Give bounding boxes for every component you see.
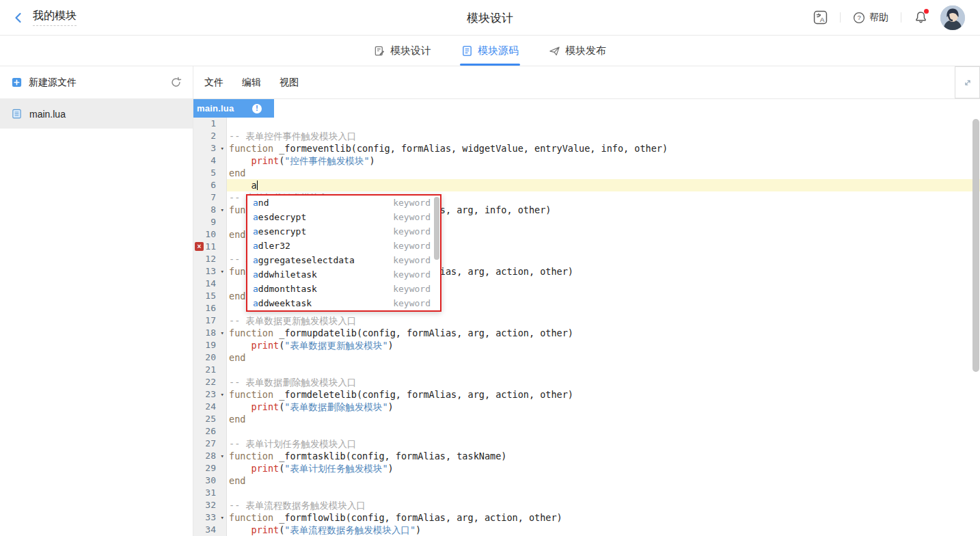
line-number: 17 [205, 314, 216, 327]
code-editor-panel: 文件编辑视图 main.lua ! 123▾45678▾910×111213▾1… [193, 66, 980, 536]
tab-label: 模块发布 [565, 44, 606, 57]
file-list: main.lua [0, 99, 193, 129]
editor-tab-main-lua[interactable]: main.lua ! [193, 99, 274, 118]
code-line[interactable]: print("表单流程数据务触发模块入口") [227, 524, 980, 536]
file-name: main.lua [29, 109, 66, 120]
code-line[interactable]: -- 表单计划任务触发模块入口 [227, 438, 980, 450]
gutter-row: 27 [193, 438, 226, 450]
fold-arrow-icon[interactable]: ▾ [221, 142, 224, 155]
gutter-row: 10 [193, 228, 226, 241]
line-number: 25 [205, 413, 216, 425]
autocomplete-item-adler32[interactable]: adler32keyword [247, 239, 440, 253]
autocomplete-item-and[interactable]: andkeyword [247, 196, 440, 210]
autocomplete-item-addweektask[interactable]: addweektaskkeyword [247, 296, 440, 310]
editor-tab-label: main.lua [197, 103, 234, 113]
line-number: 10 [205, 228, 216, 241]
suggestion-kind: keyword [393, 284, 431, 294]
autocomplete-item-aesdecrypt[interactable]: aesdecryptkeyword [247, 210, 440, 224]
code-line[interactable]: print("表单计划任务触发模块") [227, 462, 980, 474]
gutter-row: 30 [193, 474, 226, 487]
tab-publish[interactable]: 模块发布 [547, 36, 608, 66]
line-number: 28 [205, 450, 216, 462]
help-button[interactable]: ? 帮助 [853, 12, 888, 24]
code-line[interactable]: end [227, 474, 980, 487]
suggestion-label: aesdecrypt [253, 212, 306, 222]
code-area[interactable]: 123▾45678▾910×111213▾1415161718▾19202122… [193, 118, 980, 536]
code-lines[interactable]: -- 表单控件事件触发模块入口function _formeventlib(co… [227, 118, 980, 536]
fold-arrow-icon[interactable]: ▾ [221, 265, 224, 278]
autocomplete-scrollbar[interactable] [434, 197, 439, 260]
notification-bell-button[interactable] [914, 10, 928, 25]
line-number: 14 [205, 278, 216, 290]
file-plus-icon [11, 77, 23, 88]
autocomplete-item-addwhiletask[interactable]: addwhiletaskkeyword [247, 267, 440, 282]
code-line[interactable]: print("表单数据删除触发模块") [227, 401, 980, 413]
translate-icon[interactable]: A [813, 10, 828, 25]
code-line[interactable]: -- 表单流程数据务触发模块入口 [227, 499, 980, 511]
code-line[interactable]: function _formdeletelib(config, formAlia… [227, 388, 980, 401]
line-number: 30 [205, 474, 216, 487]
suggestion-kind: keyword [393, 198, 431, 208]
code-line[interactable] [227, 487, 980, 499]
autocomplete-item-aesencrypt[interactable]: aesencryptkeyword [247, 224, 440, 239]
gutter-row: 6 [193, 179, 226, 191]
gutter-row: 15 [193, 290, 226, 302]
divider [840, 12, 841, 23]
menu-编辑[interactable]: 编辑 [242, 77, 261, 89]
fold-arrow-icon[interactable]: ▾ [221, 511, 224, 524]
user-avatar[interactable] [940, 5, 965, 30]
file-item-main.lua[interactable]: main.lua [0, 99, 193, 129]
file-sidebar: 新建源文件 main.lua [0, 66, 193, 536]
editor-tabstrip: main.lua ! [193, 99, 980, 118]
menu-视图[interactable]: 视图 [280, 77, 299, 89]
fullscreen-button[interactable] [955, 66, 980, 98]
gutter-row: 8▾ [193, 204, 226, 216]
back-button[interactable]: 我的模块 [12, 9, 77, 26]
back-label[interactable]: 我的模块 [33, 9, 77, 26]
code-line[interactable]: a [227, 179, 980, 191]
code-line[interactable] [227, 118, 980, 130]
code-line[interactable]: function _formeventlib(config, formAlias… [227, 142, 980, 155]
document-lines-icon [461, 45, 473, 57]
autocomplete-item-addmonthtask[interactable]: addmonthtaskkeyword [247, 282, 440, 296]
gutter-row: 3▾ [193, 142, 226, 155]
page-title: 模块设计 [467, 10, 513, 25]
fold-arrow-icon[interactable]: ▾ [221, 204, 224, 216]
line-number: 6 [210, 179, 216, 191]
menu-文件[interactable]: 文件 [204, 77, 223, 89]
refresh-icon[interactable] [170, 77, 182, 88]
code-line[interactable]: end [227, 351, 980, 364]
code-line[interactable]: end [227, 167, 980, 179]
line-number: 4 [210, 155, 216, 167]
code-line[interactable]: -- 表单数据删除触发模块入口 [227, 376, 980, 388]
code-line[interactable]: -- 表单控件事件触发模块入口 [227, 130, 980, 142]
gutter-row: 22 [193, 376, 226, 388]
fold-arrow-icon[interactable]: ▾ [221, 327, 224, 339]
gutter-row: ×11 [193, 241, 226, 253]
tab-label: 模块设计 [390, 44, 431, 57]
line-number: 19 [205, 339, 216, 351]
code-line[interactable]: print("控件事件触发模块") [227, 155, 980, 167]
code-line[interactable]: function _formtasklib(config, formAlias,… [227, 450, 980, 462]
code-line[interactable] [227, 425, 980, 438]
code-line[interactable]: function _formupdatelib(config, formAlia… [227, 327, 980, 339]
header: 我的模块 模块设计 A ? 帮助 [0, 0, 980, 36]
line-number: 34 [205, 524, 216, 536]
code-line[interactable]: end [227, 413, 980, 425]
code-line[interactable]: print("表单数据更新触发模块") [227, 339, 980, 351]
editor-scrollbar-thumb[interactable] [972, 119, 979, 372]
code-line[interactable]: -- 表单数据更新触发模块入口 [227, 314, 980, 327]
line-number: 12 [205, 253, 216, 265]
editor-toolbar: 文件编辑视图 [193, 66, 980, 99]
autocomplete-item-aggregateselectdata[interactable]: aggregateselectdatakeyword [247, 253, 440, 267]
line-number: 13 [205, 265, 216, 278]
gutter-row: 2 [193, 130, 226, 142]
tab-source[interactable]: 模块源码 [460, 36, 520, 66]
new-source-file-button[interactable]: 新建源文件 [29, 77, 77, 89]
error-marker-icon[interactable]: × [195, 242, 204, 251]
code-line[interactable]: function _formflowlib(config, formAlias,… [227, 511, 980, 524]
code-line[interactable] [227, 364, 980, 376]
tab-design[interactable]: 模块设计 [372, 36, 433, 66]
fold-arrow-icon[interactable]: ▾ [221, 450, 224, 462]
fold-arrow-icon[interactable]: ▾ [221, 388, 224, 401]
